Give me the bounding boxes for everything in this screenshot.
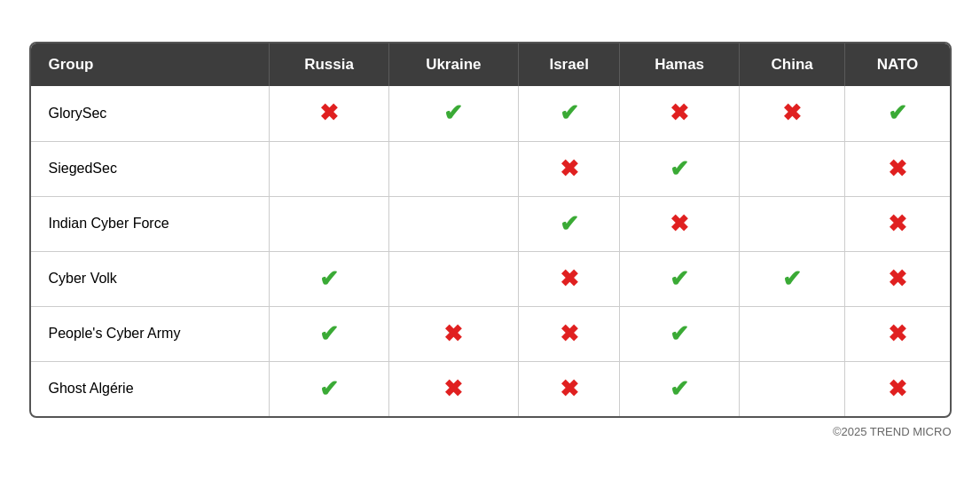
cross-icon: ✖ [670, 99, 689, 126]
group-name-cell: GlorySec [31, 86, 270, 141]
cell-nato: ✖ [845, 361, 950, 416]
check-icon: ✔ [319, 320, 339, 347]
cell-china [739, 306, 845, 361]
cell-russia: ✔ [270, 306, 388, 361]
cross-icon: ✖ [443, 375, 463, 402]
cell-hamas: ✔ [620, 306, 739, 361]
cell-ukraine [388, 141, 518, 196]
cell-russia: ✖ [270, 86, 388, 141]
check-icon: ✔ [560, 210, 579, 237]
check-icon: ✔ [443, 99, 463, 126]
main-table: Group Russia Ukraine Israel Hamas China … [31, 43, 950, 416]
cell-ukraine [388, 251, 518, 306]
cell-nato: ✖ [845, 306, 950, 361]
cross-icon: ✖ [670, 210, 689, 237]
col-header-ukraine: Ukraine [388, 43, 518, 86]
check-icon: ✔ [560, 99, 579, 126]
cell-israel: ✖ [518, 141, 620, 196]
cell-hamas: ✔ [620, 141, 739, 196]
cell-nato: ✖ [845, 251, 950, 306]
cell-ukraine: ✖ [388, 361, 518, 416]
cross-icon: ✖ [888, 320, 907, 347]
cell-israel: ✖ [518, 251, 620, 306]
cell-nato: ✖ [845, 141, 950, 196]
cell-israel: ✔ [518, 196, 620, 251]
cross-icon: ✖ [888, 210, 907, 237]
cross-icon: ✖ [560, 265, 579, 292]
cell-ukraine: ✖ [388, 306, 518, 361]
check-icon: ✔ [782, 265, 802, 292]
col-header-group: Group [31, 43, 270, 86]
cross-icon: ✖ [888, 155, 907, 182]
col-header-russia: Russia [270, 43, 388, 86]
cross-icon: ✖ [560, 320, 579, 347]
cell-israel: ✖ [518, 306, 620, 361]
table-row: People's Cyber Army✔✖✖✔✖ [31, 306, 950, 361]
group-name-cell: People's Cyber Army [31, 306, 270, 361]
group-name-cell: Indian Cyber Force [31, 196, 270, 251]
check-icon: ✔ [888, 99, 907, 126]
cell-china: ✖ [739, 86, 845, 141]
page-wrapper: Group Russia Ukraine Israel Hamas China … [29, 42, 952, 438]
check-icon: ✔ [670, 375, 689, 402]
cross-icon: ✖ [888, 265, 907, 292]
table-row: Indian Cyber Force✔✖✖ [31, 196, 950, 251]
cell-nato: ✖ [845, 196, 950, 251]
check-icon: ✔ [670, 265, 689, 292]
cross-icon: ✖ [560, 375, 579, 402]
col-header-nato: NATO [845, 43, 950, 86]
cell-china: ✔ [739, 251, 845, 306]
cross-icon: ✖ [319, 99, 339, 126]
cell-hamas: ✖ [620, 86, 739, 141]
cell-israel: ✖ [518, 361, 620, 416]
group-name-cell: Cyber Volk [31, 251, 270, 306]
check-icon: ✔ [319, 265, 339, 292]
cell-russia: ✔ [270, 251, 388, 306]
table-container: Group Russia Ukraine Israel Hamas China … [29, 42, 952, 418]
cell-nato: ✔ [845, 86, 950, 141]
group-name-cell: Ghost Algérie [31, 361, 270, 416]
cell-hamas: ✔ [620, 251, 739, 306]
cell-israel: ✔ [518, 86, 620, 141]
cell-hamas: ✔ [620, 361, 739, 416]
cell-hamas: ✖ [620, 196, 739, 251]
table-row: Cyber Volk✔✖✔✔✖ [31, 251, 950, 306]
cross-icon: ✖ [782, 99, 802, 126]
col-header-hamas: Hamas [620, 43, 739, 86]
cell-russia: ✔ [270, 361, 388, 416]
cross-icon: ✖ [560, 155, 579, 182]
cross-icon: ✖ [443, 320, 463, 347]
check-icon: ✔ [670, 320, 689, 347]
cell-ukraine: ✔ [388, 86, 518, 141]
table-row: GlorySec✖✔✔✖✖✔ [31, 86, 950, 141]
header-row: Group Russia Ukraine Israel Hamas China … [31, 43, 950, 86]
cell-russia [270, 141, 388, 196]
table-row: SiegedSec✖✔✖ [31, 141, 950, 196]
cell-russia [270, 196, 388, 251]
col-header-israel: Israel [518, 43, 620, 86]
col-header-china: China [739, 43, 845, 86]
cross-icon: ✖ [888, 375, 907, 402]
cell-china [739, 361, 845, 416]
cell-ukraine [388, 196, 518, 251]
group-name-cell: SiegedSec [31, 141, 270, 196]
check-icon: ✔ [319, 375, 339, 402]
cell-china [739, 141, 845, 196]
check-icon: ✔ [670, 155, 689, 182]
cell-china [739, 196, 845, 251]
copyright-text: ©2025 TREND MICRO [833, 425, 952, 438]
table-row: Ghost Algérie✔✖✖✔✖ [31, 361, 950, 416]
